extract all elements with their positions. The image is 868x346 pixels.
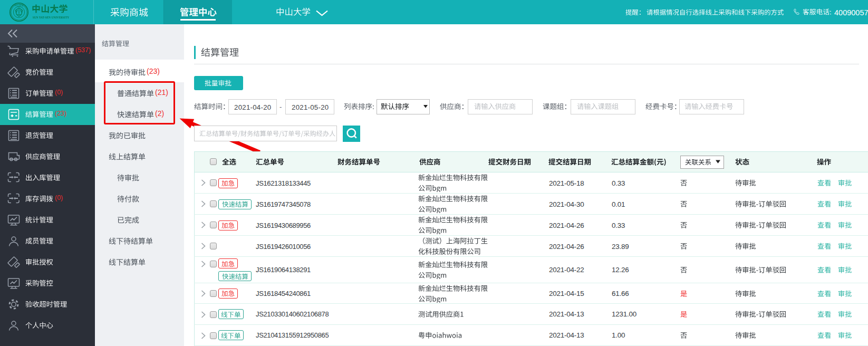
svg-text:中山大学: 中山大学 — [14, 4, 24, 7]
